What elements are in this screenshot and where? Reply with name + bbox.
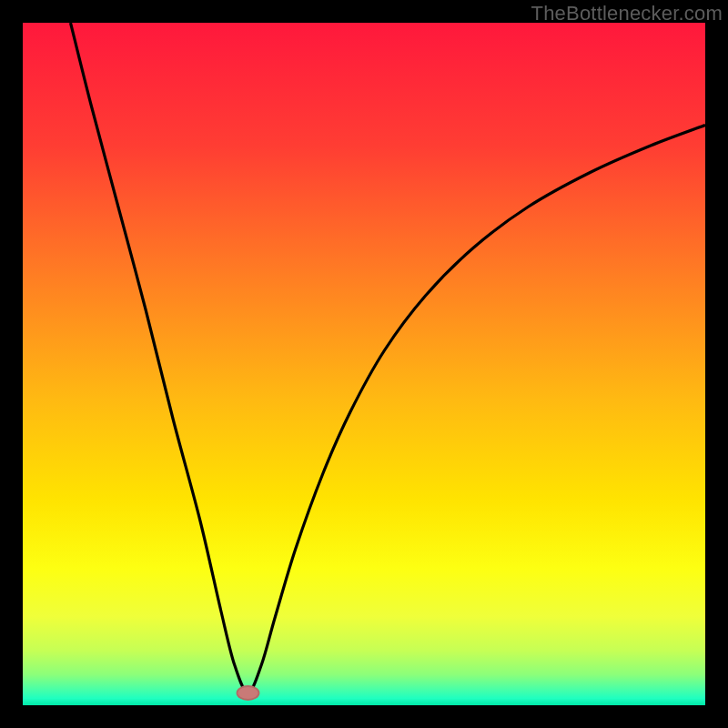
- gradient-rect: [23, 23, 705, 705]
- plot-area: [23, 23, 705, 705]
- optimum-marker: [238, 686, 259, 700]
- plot-svg: [23, 23, 705, 705]
- chart-frame: TheBottleneсker.com: [0, 0, 728, 728]
- watermark-text: TheBottleneсker.com: [531, 2, 723, 25]
